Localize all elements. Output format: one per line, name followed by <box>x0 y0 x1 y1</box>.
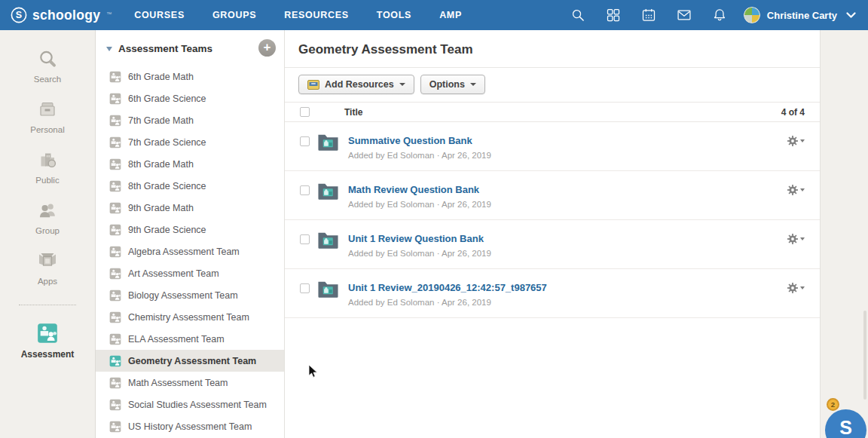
add-resources-button[interactable]: Add Resources <box>298 75 414 94</box>
schoology-logo[interactable]: S schoology ™ <box>11 7 112 23</box>
avatar[interactable] <box>744 7 760 23</box>
resource-rows: Summative Question BankAdded by Ed Solom… <box>285 122 820 318</box>
question-bank-folder-icon <box>317 133 339 152</box>
schoology-help-fab[interactable]: S <box>825 409 866 438</box>
nav-item-tools[interactable]: TOOLS <box>377 10 411 20</box>
collapse-triangle-icon[interactable] <box>106 47 112 51</box>
table-header: Title 4 of 4 <box>285 103 820 122</box>
sidebar-item-chemistry-assessment-team[interactable]: Chemistry Assessment Team <box>96 306 284 328</box>
chevron-down-icon[interactable] <box>846 12 856 19</box>
rail-public-icon <box>36 149 59 171</box>
resource-title-link[interactable]: Unit 1 Review Question Bank <box>348 233 484 244</box>
sidebar-item-6th-grade-science[interactable]: 6th Grade Science <box>96 87 284 109</box>
team-item-label: US History Assessment Team <box>128 421 252 432</box>
brand-name: schoology <box>32 8 100 23</box>
schoology-s-circle-icon: S <box>11 7 27 23</box>
sidebar-item-social-studies-assessment-team[interactable]: Social Studies Assessment Team <box>96 394 284 415</box>
sidebar-item-us-history-assessment-team[interactable]: US History Assessment Team <box>96 415 284 437</box>
rail-item-public[interactable]: Public <box>0 149 95 185</box>
team-item-label: 6th Grade Science <box>128 93 206 104</box>
sidebar-item-art-assessment-team[interactable]: Art Assessment Team <box>96 262 284 284</box>
row-gear-menu[interactable] <box>787 185 805 195</box>
search-icon[interactable] <box>570 8 585 23</box>
resource-title-link[interactable]: Summative Question Bank <box>348 135 472 146</box>
sidebar-item-8th-grade-math[interactable]: 8th Grade Math <box>96 153 284 175</box>
navbar-icons <box>570 8 727 23</box>
sidebar-item-algebra-assessment-team[interactable]: Algebra Assessment Team <box>96 240 284 262</box>
rail-assessment-icon <box>36 322 59 345</box>
rail-item-search[interactable]: Search <box>0 47 95 84</box>
row-gear-menu[interactable] <box>787 136 805 146</box>
sidebar-item-6th-grade-math[interactable]: 6th Grade Math <box>96 66 284 87</box>
row-checkbox[interactable] <box>300 185 310 195</box>
team-item-label: Social Studies Assessment Team <box>128 400 267 410</box>
sidebar-item-8th-grade-science[interactable]: 8th Grade Science <box>96 175 284 197</box>
sidebar-item-geometry-assessment-team[interactable]: Geometry Assessment Team <box>96 350 284 372</box>
rail-item-label: Personal <box>30 125 64 134</box>
team-puzzle-icon <box>109 71 121 83</box>
notifications-icon[interactable] <box>712 8 727 23</box>
nav-item-groups[interactable]: GROUPS <box>212 10 256 20</box>
add-resources-label: Add Resources <box>325 79 394 90</box>
sidebar-header: Assessment Teams + <box>96 30 284 64</box>
nav-item-resources[interactable]: RESOURCES <box>284 10 348 20</box>
rail-item-group[interactable]: Group <box>0 199 95 235</box>
left-rail: SearchPersonalPublicGroupApps Assessment <box>0 30 96 438</box>
rail-scrollbar[interactable] <box>863 311 866 400</box>
top-navbar: S schoology ™ COURSESGROUPSRESOURCESTOOL… <box>0 0 868 30</box>
team-item-label: Chemistry Assessment Team <box>128 312 249 323</box>
team-puzzle-icon <box>109 246 121 258</box>
team-puzzle-icon <box>109 224 121 236</box>
sidebar-item-7th-grade-science[interactable]: 7th Grade Science <box>96 131 284 153</box>
rail-item-personal[interactable]: Personal <box>0 98 95 134</box>
sidebar-item-7th-grade-math[interactable]: 7th Grade Math <box>96 109 284 131</box>
row-checkbox[interactable] <box>300 283 310 293</box>
rail-item-assessment[interactable]: Assessment <box>0 322 95 360</box>
nav-item-courses[interactable]: COURSES <box>134 10 185 20</box>
navbar-right: Christine Carty <box>570 7 856 23</box>
rail-item-label: Group <box>35 226 60 235</box>
messages-icon[interactable] <box>677 8 692 23</box>
user-name[interactable]: Christine Carty <box>767 10 837 21</box>
options-button[interactable]: Options <box>420 75 485 94</box>
caret-down-icon <box>399 83 405 86</box>
row-gear-menu[interactable] <box>787 234 805 244</box>
team-item-label: Art Assessment Team <box>128 268 219 279</box>
resource-drawer-icon <box>307 80 319 90</box>
app-grid-icon[interactable] <box>606 8 621 23</box>
team-puzzle-icon <box>109 202 121 214</box>
table-row: Unit 1 Review_20190426_12:42:57_t987657A… <box>285 269 820 318</box>
resource-title-link[interactable]: Unit 1 Review_20190426_12:42:57_t987657 <box>348 282 547 293</box>
sidebar-item-math-assessment-team[interactable]: Math Assessment Team <box>96 372 284 394</box>
rail-apps-icon <box>36 250 59 272</box>
calendar-icon[interactable] <box>641 8 656 23</box>
resource-title-link[interactable]: Math Review Question Bank <box>348 184 479 195</box>
team-puzzle-icon <box>109 333 121 345</box>
title-column-header: Title <box>344 107 362 118</box>
sidebar-item-9th-grade-math[interactable]: 9th Grade Math <box>96 197 284 219</box>
navbar-menu: COURSESGROUPSRESOURCESTOOLSAMP <box>134 10 462 20</box>
row-checkbox[interactable] <box>300 136 310 146</box>
team-puzzle-icon <box>109 289 121 302</box>
main-content: Geometry Assessment Team Add Resources O… <box>285 30 821 438</box>
row-gear-menu[interactable] <box>787 283 805 293</box>
nav-item-amp[interactable]: AMP <box>439 10 462 20</box>
team-puzzle-icon <box>109 136 121 149</box>
sidebar-item-ela-assessment-team[interactable]: ELA Assessment Team <box>96 328 284 350</box>
row-checkbox[interactable] <box>300 234 310 244</box>
row-count: 4 of 4 <box>781 107 805 118</box>
resource-meta: Added by Ed Soloman · Apr 26, 2019 <box>348 151 491 160</box>
row-text: Math Review Question BankAdded by Ed Sol… <box>348 182 491 209</box>
rail-item-apps[interactable]: Apps <box>0 250 95 286</box>
team-item-label: ELA Assessment Team <box>128 334 225 345</box>
sidebar-item-9th-grade-science[interactable]: 9th Grade Science <box>96 219 284 240</box>
sidebar-title: Assessment Teams <box>118 43 212 54</box>
question-bank-folder-icon <box>317 182 339 201</box>
add-team-button[interactable]: + <box>258 39 276 57</box>
select-all-checkbox[interactable] <box>300 107 310 117</box>
fab-letter: S <box>839 417 852 438</box>
caret-down-icon <box>800 237 805 240</box>
rail-item-label: Public <box>35 176 59 185</box>
team-puzzle-icon <box>109 268 121 280</box>
sidebar-item-biology-assessment-team[interactable]: Biology Assessment Team <box>96 284 284 306</box>
